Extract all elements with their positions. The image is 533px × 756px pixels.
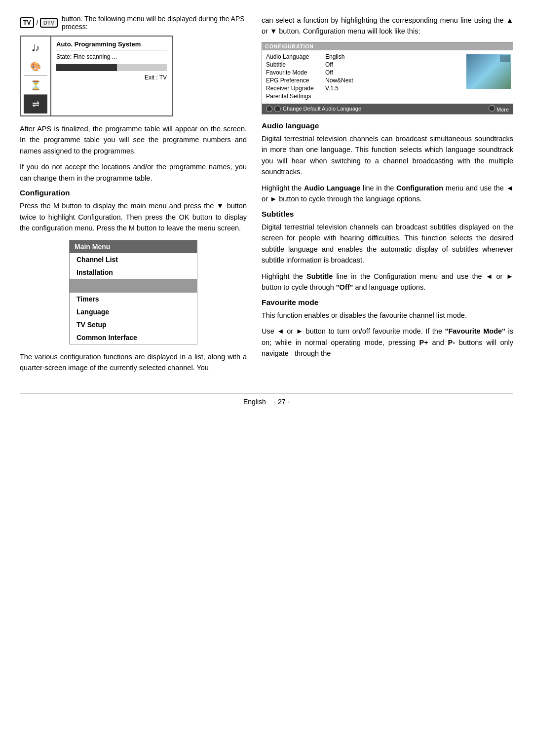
circle-btn-more [489, 105, 495, 112]
config-row-parental: Parental Settings [266, 93, 462, 100]
right-top-para: can select a function by highlighting th… [262, 15, 513, 37]
configuration-heading: Configuration [20, 189, 247, 197]
config-row-epg: EPG Preference Now&Next [266, 77, 462, 84]
aps-right-panel: Auto. Programming System State: Fine sca… [51, 37, 172, 115]
audio-language-para-1: Digital terrestrial television channels … [262, 133, 513, 178]
config-value-audio: English [325, 53, 344, 60]
circle-btn-1 [266, 106, 272, 112]
right-column: can select a function by highlighting th… [262, 15, 513, 378]
config-footer-left-text: Change Default Audio Language [283, 106, 361, 112]
config-row-audio: Audio Language English [266, 53, 462, 60]
left-para-1: After APS is finalized, the programme ta… [20, 123, 247, 156]
config-value-favourite: Off [325, 69, 333, 76]
top-bar-description: button. The following menu will be displ… [62, 15, 247, 31]
aps-icon-timer: ⏳ [24, 76, 47, 95]
config-label-subtitle: Subtitle [266, 61, 325, 68]
left-para-2: If you do not accept the locations and/o… [20, 161, 247, 184]
aps-icons: ♩♪ 🎨 ⏳ ⇌ [21, 37, 51, 115]
menu-item-installation: Installation [70, 266, 197, 279]
circle-btn-2 [274, 106, 281, 112]
aps-progress-bar [56, 64, 167, 71]
config-value-upgrade: V.1.5 [325, 85, 339, 92]
config-value-epg: Now&Next [325, 77, 353, 84]
config-footer-right-text: More [496, 107, 509, 113]
menu-item-language: Language [70, 305, 197, 318]
aps-menu-box: ♩♪ 🎨 ⏳ ⇌ Auto. Programming System State:… [20, 36, 173, 116]
tv-button: TV [20, 17, 34, 28]
config-image-overlay [500, 55, 510, 62]
config-label-parental: Parental Settings [266, 93, 325, 100]
config-row-subtitle: Subtitle Off [266, 61, 462, 68]
aps-exit: Exit : TV [56, 74, 167, 81]
separator: / [36, 19, 38, 27]
config-label-upgrade: Receiver Upgrade [266, 85, 325, 92]
config-list: Audio Language English Subtitle Off Favo… [262, 52, 466, 102]
config-title-bar: CONFIGURATION [262, 42, 513, 50]
menu-item-common-interface: Common Interface [70, 331, 197, 344]
subtitles-para-1: Digital terrestrial television channels … [262, 222, 513, 266]
subtitles-para-2: Highlight the Subtitle line in the Confi… [262, 271, 513, 293]
left-bottom-paragraph: The various configuration functions are … [20, 351, 247, 374]
footer-language: English [243, 398, 266, 406]
aps-icon-color: 🎨 [24, 57, 47, 76]
config-box: CONFIGURATION Audio Language English Sub… [262, 42, 513, 114]
config-value-subtitle: Off [325, 61, 333, 68]
main-menu-title: Main Menu [70, 240, 197, 253]
favourite-mode-para-1: This function enables or disables the fa… [262, 310, 513, 321]
aps-title: Auto. Programming System [56, 40, 167, 50]
menu-item-configuration-highlight [70, 279, 197, 293]
page-footer: English - 27 - [20, 393, 513, 406]
favourite-mode-heading: Favourite mode [262, 298, 513, 307]
menu-item-timers: Timers [70, 293, 197, 305]
main-menu-box: Main Menu Channel List Installation Time… [69, 240, 197, 344]
subtitles-heading: Subtitles [262, 210, 513, 219]
config-footer-left: Change Default Audio Language [266, 106, 361, 112]
dtv-button: DTV [40, 18, 57, 28]
aps-state: State: Fine scanning ... [56, 53, 167, 60]
config-body: Audio Language English Subtitle Off Favo… [262, 50, 513, 104]
footer-page: - 27 - [273, 398, 290, 406]
config-footer: Change Default Audio Language More [262, 104, 513, 114]
menu-item-channel-list: Channel List [70, 253, 197, 266]
left-column: TV / DTV button. The following menu will… [20, 15, 247, 378]
configuration-para-1: Press the M button to display the main m… [20, 200, 247, 233]
config-row-upgrade: Receiver Upgrade V.1.5 [266, 85, 462, 92]
aps-icon-aps: ⇌ [24, 95, 47, 113]
config-label-epg: EPG Preference [266, 77, 325, 84]
aps-progress-fill [56, 64, 117, 71]
audio-language-para-2: Highlight the Audio Language line in the… [262, 183, 513, 205]
config-channel-image [466, 54, 511, 89]
config-row-favourite: Favourite Mode Off [266, 69, 462, 76]
config-label-audio: Audio Language [266, 53, 325, 60]
config-label-favourite: Favourite Mode [266, 69, 325, 76]
config-footer-right: More [489, 105, 509, 113]
audio-language-heading: Audio language [262, 121, 513, 130]
menu-item-tv-setup: TV Setup [70, 318, 197, 331]
favourite-mode-para-2: Use ◄ or ► button to turn on/off favouri… [262, 326, 513, 359]
aps-icon-music: ♩♪ [24, 38, 47, 57]
top-button-row: TV / DTV button. The following menu will… [20, 15, 247, 31]
